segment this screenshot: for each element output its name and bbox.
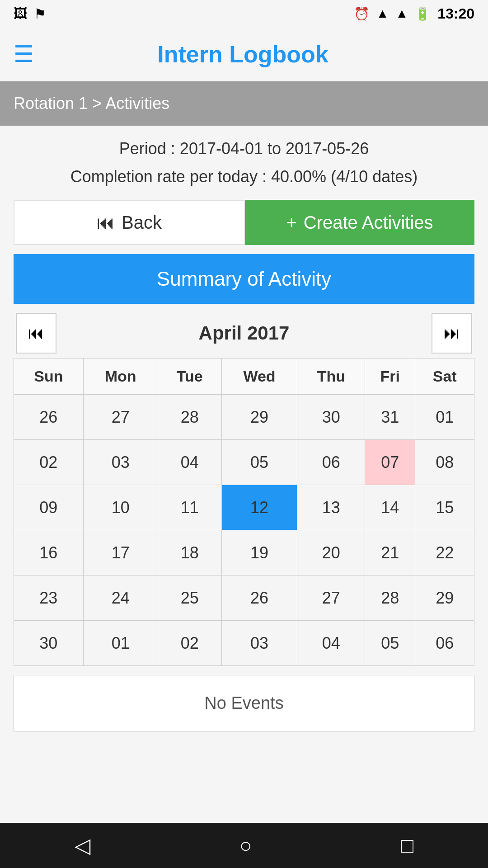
calendar-cell[interactable]: 22 [415, 530, 474, 576]
calendar-cell[interactable]: 20 [297, 530, 365, 576]
main-content: Period : 2017-04-01 to 2017-05-26 Comple… [0, 126, 488, 731]
calendar-cell[interactable]: 07 [365, 440, 415, 485]
image-icon: 🖼 [14, 6, 27, 21]
breadcrumb-text: Rotation 1 > Activities [14, 94, 169, 113]
day-header-sun: Sun [14, 359, 84, 395]
clock-display: 13:20 [437, 5, 474, 22]
signal-icon: ▲ [395, 6, 408, 21]
calendar-cell[interactable]: 14 [365, 485, 415, 530]
day-header-fri: Fri [365, 359, 415, 395]
no-events-panel: No Events [14, 675, 474, 731]
month-title: April 2017 [199, 322, 290, 344]
calendar-cell[interactable]: 05 [365, 621, 415, 666]
back-icon: ⏮ [97, 212, 115, 233]
calendar-cell[interactable]: 06 [415, 621, 474, 666]
calendar-cell[interactable]: 27 [83, 395, 158, 440]
bottom-navigation: ◁ ○ □ [0, 823, 488, 868]
no-events-label: No Events [204, 693, 283, 712]
calendar-cell[interactable]: 06 [297, 440, 365, 485]
prev-icon: ⏮ [28, 324, 44, 343]
calendar-cell[interactable]: 16 [14, 530, 84, 576]
calendar-cell[interactable]: 21 [365, 530, 415, 576]
calendar-cell[interactable]: 03 [221, 621, 297, 666]
calendar-cell[interactable]: 25 [158, 576, 221, 621]
recent-apps-icon[interactable]: □ [401, 833, 413, 858]
calendar-row: 09101112131415 [14, 485, 474, 530]
calendar-cell[interactable]: 11 [158, 485, 221, 530]
calendar-row: 02030405060708 [14, 440, 474, 485]
calendar-cell[interactable]: 27 [297, 576, 365, 621]
notification-icon: ⚑ [34, 6, 46, 22]
back-label: Back [122, 212, 162, 233]
calendar-cell[interactable]: 12 [221, 485, 297, 530]
calendar-cell[interactable]: 04 [297, 621, 365, 666]
period-label: Period : 2017-04-01 to 2017-05-26 [14, 139, 474, 158]
calendar-cell[interactable]: 02 [158, 621, 221, 666]
calendar-cell[interactable]: 24 [83, 576, 158, 621]
breadcrumb: Rotation 1 > Activities [0, 81, 488, 126]
day-header-sat: Sat [415, 359, 474, 395]
calendar-cell[interactable]: 23 [14, 576, 84, 621]
calendar-nav: ⏮ April 2017 ⏭ [14, 313, 474, 354]
wifi-icon: ▲ [376, 6, 389, 21]
day-header-tue: Tue [158, 359, 221, 395]
calendar-cell[interactable]: 09 [14, 485, 84, 530]
app-title: Intern Logbook [47, 41, 438, 68]
calendar-header-row: Sun Mon Tue Wed Thu Fri Sat [14, 359, 474, 395]
calendar-table: Sun Mon Tue Wed Thu Fri Sat 262728293031… [14, 358, 474, 666]
calendar-cell[interactable]: 30 [297, 395, 365, 440]
calendar-cell[interactable]: 26 [221, 576, 297, 621]
calendar-cell[interactable]: 18 [158, 530, 221, 576]
summary-button[interactable]: Summary of Activity [14, 254, 474, 304]
menu-icon[interactable]: ☰ [14, 41, 34, 67]
calendar-cell[interactable]: 15 [415, 485, 474, 530]
home-circle-icon[interactable]: ○ [239, 833, 252, 858]
calendar-cell[interactable]: 31 [365, 395, 415, 440]
calendar-row: 16171819202122 [14, 530, 474, 576]
calendar-cell[interactable]: 26 [14, 395, 84, 440]
prev-month-button[interactable]: ⏮ [16, 313, 56, 354]
status-icons-left: 🖼 ⚑ [14, 6, 46, 22]
calendar-row: 26272829303101 [14, 395, 474, 440]
status-bar: 🖼 ⚑ ⏰ ▲ ▲ 🔋 13:20 [0, 0, 488, 27]
calendar-cell[interactable]: 13 [297, 485, 365, 530]
battery-icon: 🔋 [415, 6, 431, 21]
create-activities-button[interactable]: + Create Activities [245, 200, 474, 245]
back-arrow-icon[interactable]: ◁ [75, 833, 90, 858]
calendar-cell[interactable]: 10 [83, 485, 158, 530]
calendar-cell[interactable]: 29 [415, 576, 474, 621]
calendar-cell[interactable]: 05 [221, 440, 297, 485]
completion-label: Completion rate per today : 40.00% (4/10… [14, 167, 474, 186]
alarm-icon: ⏰ [354, 6, 370, 21]
action-buttons: ⏮ Back + Create Activities [14, 200, 474, 245]
back-button[interactable]: ⏮ Back [14, 200, 245, 245]
calendar-cell[interactable]: 01 [83, 621, 158, 666]
calendar-row: 23242526272829 [14, 576, 474, 621]
calendar-cell[interactable]: 28 [158, 395, 221, 440]
calendar-cell[interactable]: 02 [14, 440, 84, 485]
calendar-cell[interactable]: 08 [415, 440, 474, 485]
calendar-cell[interactable]: 29 [221, 395, 297, 440]
calendar-row: 30010203040506 [14, 621, 474, 666]
next-month-button[interactable]: ⏭ [432, 313, 472, 354]
calendar-cell[interactable]: 28 [365, 576, 415, 621]
create-icon: + [286, 212, 296, 233]
status-icons-right: ⏰ ▲ ▲ 🔋 13:20 [354, 5, 474, 22]
day-header-thu: Thu [297, 359, 365, 395]
next-icon: ⏭ [444, 324, 460, 343]
calendar-cell[interactable]: 17 [83, 530, 158, 576]
app-header: ☰ Intern Logbook [0, 27, 488, 81]
day-header-mon: Mon [83, 359, 158, 395]
day-header-wed: Wed [221, 359, 297, 395]
calendar-cell[interactable]: 03 [83, 440, 158, 485]
create-label: Create Activities [304, 212, 433, 233]
calendar-cell[interactable]: 30 [14, 621, 84, 666]
calendar-cell[interactable]: 04 [158, 440, 221, 485]
calendar-cell[interactable]: 19 [221, 530, 297, 576]
calendar-cell[interactable]: 01 [415, 395, 474, 440]
